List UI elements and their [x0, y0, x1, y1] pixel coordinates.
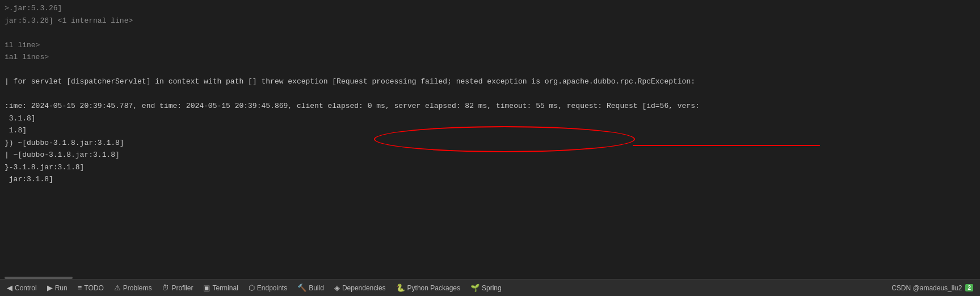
toolbar-label-spring: Spring [482, 284, 502, 292]
todo-icon: ≡ [78, 284, 82, 292]
spring-icon: 🌱 [470, 284, 480, 292]
log-line: jar:5.3.26] <1 internal line> [0, 15, 980, 27]
toolbar-item-problems[interactable]: ⚠ Problems [110, 281, 157, 295]
notification-badge: 2 [965, 284, 973, 291]
toolbar-label-control: Control [15, 284, 37, 292]
log-content: >.jar:5.3.26] jar:5.3.26] <1 internal li… [0, 0, 980, 188]
control-icon: ◀ [7, 284, 12, 292]
log-line [0, 88, 980, 101]
toolbar-label-python: Python Packages [407, 284, 460, 292]
csdn-label: CSDN @amadeus_liu2 [891, 284, 962, 292]
toolbar-label-problems: Problems [123, 284, 152, 292]
toolbar-item-endpoints[interactable]: ⬡ Endpoints [244, 281, 292, 295]
log-line: ial lines> [0, 51, 980, 64]
csdn-user-badge: CSDN @amadeus_liu2 2 [891, 284, 978, 292]
toolbar-item-run[interactable]: ▶ Run [43, 281, 72, 295]
log-line: 1.8] [0, 124, 980, 137]
log-line-exception: | for servlet [dispatcherServlet] in con… [0, 76, 980, 88]
toolbar-label-build: Build [309, 284, 324, 292]
toolbar-label-endpoints: Endpoints [257, 284, 287, 292]
toolbar-label-profiler: Profiler [171, 284, 193, 292]
toolbar-label-dependencies: Dependencies [342, 284, 386, 292]
endpoints-icon: ⬡ [249, 284, 255, 292]
profiler-icon: ⏱ [162, 284, 169, 292]
toolbar-item-profiler[interactable]: ⏱ Profiler [157, 281, 197, 295]
annotation-underline [633, 145, 820, 146]
toolbar-label-terminal: Terminal [212, 284, 238, 292]
terminal-icon: ▣ [203, 284, 210, 292]
log-line [0, 27, 980, 39]
log-line: }) ~[dubbo-3.1.8.jar:3.1.8] [0, 137, 980, 149]
log-line: | ~[dubbo-3.1.8.jar:3.1.8] [0, 149, 980, 161]
build-icon: 🔨 [297, 284, 306, 292]
run-icon: ▶ [47, 284, 53, 292]
problems-icon: ⚠ [114, 284, 121, 292]
bottom-toolbar: ◀ Control ▶ Run ≡ TODO ⚠ Problems ⏱ Prof… [0, 279, 980, 296]
log-line: jar:3.1.8] [0, 173, 980, 186]
toolbar-item-terminal[interactable]: ▣ Terminal [199, 281, 242, 295]
log-line: >.jar:5.3.26] [0, 2, 980, 15]
log-line: }-3.1.8.jar:3.1.8] [0, 161, 980, 174]
toolbar-item-python[interactable]: 🐍 Python Packages [392, 281, 465, 295]
toolbar-item-control[interactable]: ◀ Control [2, 281, 41, 295]
log-line-elapsed: :ime: 2024-05-15 20:39:45.787, end time:… [0, 100, 980, 112]
horizontal-scrollbar[interactable] [5, 277, 73, 279]
log-line: il line> [0, 39, 980, 52]
console-output-area: >.jar:5.3.26] jar:5.3.26] <1 internal li… [0, 0, 980, 279]
toolbar-item-build[interactable]: 🔨 Build [293, 281, 329, 295]
dependencies-icon: ◈ [334, 284, 340, 292]
toolbar-label-todo: TODO [84, 284, 103, 292]
python-icon: 🐍 [396, 284, 405, 292]
toolbar-item-dependencies[interactable]: ◈ Dependencies [330, 281, 390, 295]
toolbar-item-todo[interactable]: ≡ TODO [73, 281, 108, 295]
log-line [0, 64, 980, 76]
toolbar-item-spring[interactable]: 🌱 Spring [466, 281, 506, 295]
toolbar-label-run: Run [55, 284, 68, 292]
log-line: 3.1.8] [0, 112, 980, 125]
